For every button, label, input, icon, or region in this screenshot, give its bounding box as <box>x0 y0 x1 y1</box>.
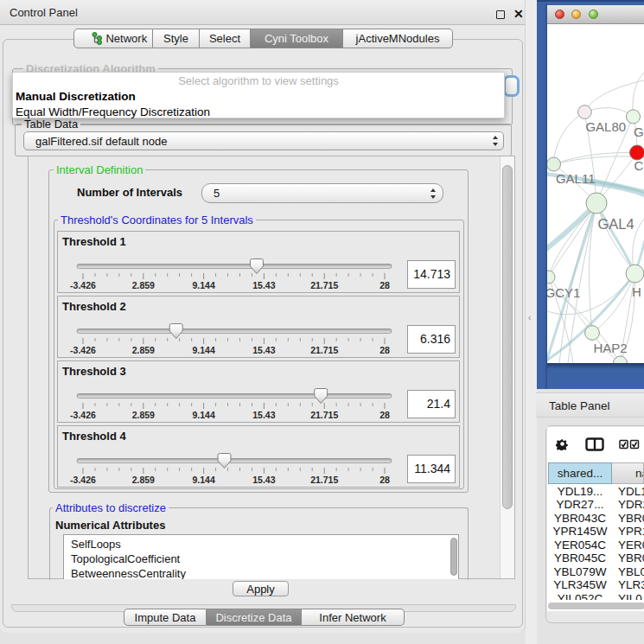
svg-text:15.43: 15.43 <box>252 345 275 355</box>
svg-text:2.859: 2.859 <box>132 280 155 290</box>
svg-text:21.715: 21.715 <box>310 280 338 290</box>
svg-text:2.859: 2.859 <box>132 475 155 485</box>
svg-text:15.43: 15.43 <box>252 410 275 420</box>
svg-text:H: H <box>632 284 641 299</box>
svg-text:GCY1: GCY1 <box>547 285 580 300</box>
svg-text:-3.426: -3.426 <box>70 280 96 290</box>
svg-text:9.144: 9.144 <box>192 345 214 355</box>
svg-text:C: C <box>634 158 644 173</box>
svg-text:GAL4: GAL4 <box>597 216 634 232</box>
svg-text:21.715: 21.715 <box>310 410 338 420</box>
svg-text:15.43: 15.43 <box>252 475 275 485</box>
svg-text:28: 28 <box>379 280 390 290</box>
svg-text:9.144: 9.144 <box>192 280 214 290</box>
svg-text:9.144: 9.144 <box>192 475 214 485</box>
svg-text:28: 28 <box>379 475 390 485</box>
svg-text:28: 28 <box>379 345 390 355</box>
svg-text:9.144: 9.144 <box>192 410 214 420</box>
svg-text:28: 28 <box>379 410 390 420</box>
svg-text:-3.426: -3.426 <box>70 345 96 355</box>
svg-text:2.859: 2.859 <box>132 345 155 355</box>
svg-text:21.715: 21.715 <box>310 475 338 485</box>
svg-text:GAL80: GAL80 <box>585 119 626 134</box>
svg-text:21.715: 21.715 <box>310 345 338 355</box>
svg-text:GAL11: GAL11 <box>556 171 596 186</box>
svg-text:2.859: 2.859 <box>132 410 155 420</box>
svg-text:-3.426: -3.426 <box>70 410 96 420</box>
svg-text:-3.426: -3.426 <box>70 475 96 485</box>
svg-text:HAP2: HAP2 <box>593 341 627 355</box>
svg-text:GA: GA <box>634 124 644 139</box>
svg-text:15.43: 15.43 <box>252 280 275 290</box>
